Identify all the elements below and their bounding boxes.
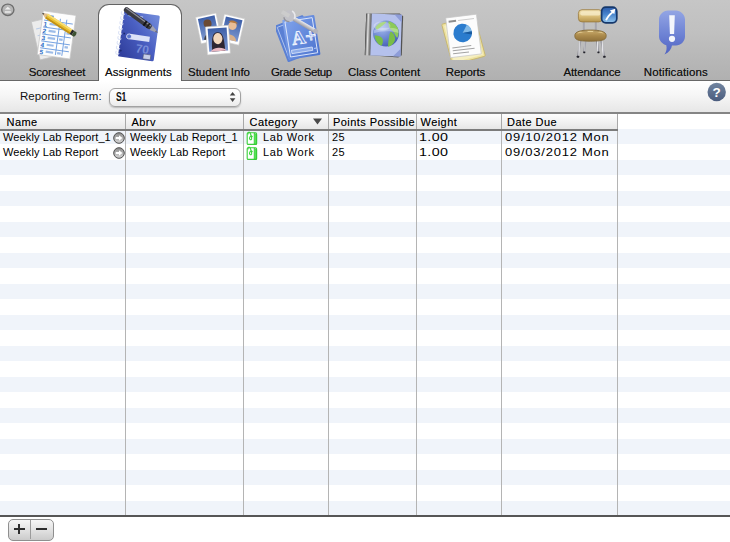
svg-text:?: ?: [713, 85, 721, 100]
